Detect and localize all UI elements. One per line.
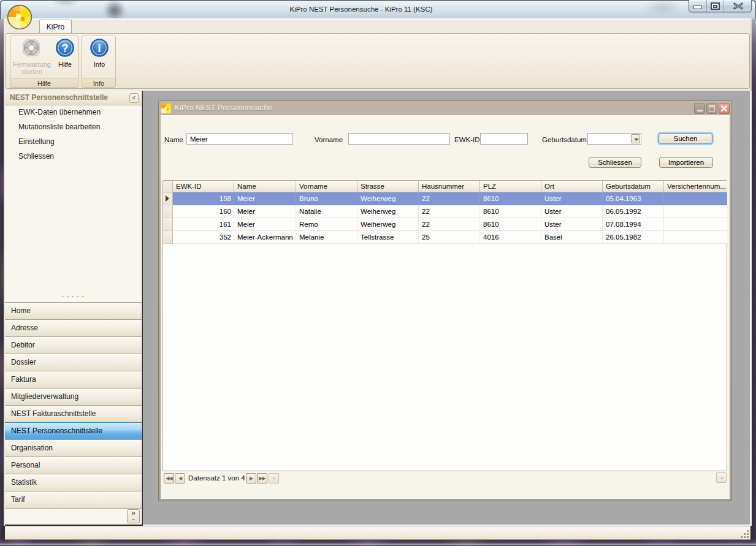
svg-text:?: ?: [62, 42, 69, 55]
svg-text:i: i: [97, 42, 101, 55]
